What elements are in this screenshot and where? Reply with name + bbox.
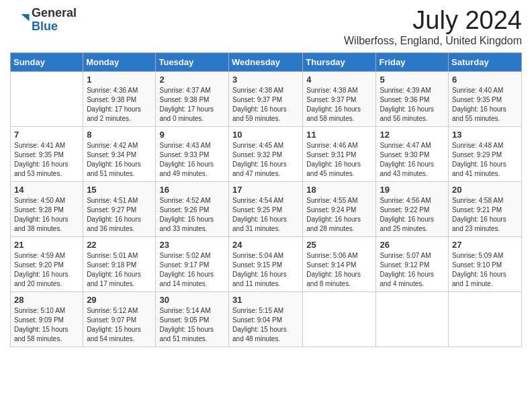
- day-info: Sunrise: 4:50 AM Sunset: 9:28 PM Dayligh…: [14, 196, 79, 234]
- calendar-cell: 22Sunrise: 5:01 AM Sunset: 9:18 PM Dayli…: [83, 236, 156, 291]
- day-number: 5: [380, 75, 445, 85]
- calendar-cell: 29Sunrise: 5:12 AM Sunset: 9:07 PM Dayli…: [83, 291, 156, 347]
- day-number: 31: [232, 295, 299, 305]
- calendar-cell: 20Sunrise: 4:58 AM Sunset: 9:21 PM Dayli…: [449, 181, 522, 236]
- day-info: Sunrise: 4:46 AM Sunset: 9:31 PM Dayligh…: [306, 141, 372, 179]
- logo-blue: Blue: [32, 20, 77, 34]
- calendar-cell: 3Sunrise: 4:38 AM Sunset: 9:37 PM Daylig…: [229, 71, 303, 126]
- day-info: Sunrise: 5:12 AM Sunset: 9:07 PM Dayligh…: [87, 306, 152, 344]
- day-info: Sunrise: 4:51 AM Sunset: 9:27 PM Dayligh…: [87, 196, 152, 234]
- day-info: Sunrise: 4:47 AM Sunset: 9:30 PM Dayligh…: [380, 141, 445, 179]
- day-info: Sunrise: 5:02 AM Sunset: 9:17 PM Dayligh…: [159, 251, 225, 289]
- day-info: Sunrise: 4:37 AM Sunset: 9:38 PM Dayligh…: [159, 86, 225, 124]
- calendar-cell: 1Sunrise: 4:36 AM Sunset: 9:38 PM Daylig…: [83, 71, 156, 126]
- logo-general: General: [32, 7, 77, 20]
- calendar-table: SundayMondayTuesdayWednesdayThursdayFrid…: [10, 52, 522, 347]
- day-number: 9: [159, 130, 225, 140]
- day-number: 25: [306, 240, 372, 250]
- calendar-cell: 9Sunrise: 4:43 AM Sunset: 9:33 PM Daylig…: [156, 126, 229, 181]
- day-number: 17: [232, 185, 299, 195]
- day-number: 19: [380, 185, 445, 195]
- day-number: 2: [159, 75, 225, 85]
- day-info: Sunrise: 4:40 AM Sunset: 9:35 PM Dayligh…: [452, 86, 518, 124]
- calendar-cell: 8Sunrise: 4:42 AM Sunset: 9:34 PM Daylig…: [83, 126, 156, 181]
- day-number: 6: [452, 75, 518, 85]
- day-info: Sunrise: 4:42 AM Sunset: 9:34 PM Dayligh…: [87, 141, 152, 179]
- location-subtitle: Wilberfoss, England, United Kingdom: [344, 35, 522, 47]
- calendar-header-tuesday: Tuesday: [156, 52, 229, 71]
- day-info: Sunrise: 4:58 AM Sunset: 9:21 PM Dayligh…: [452, 196, 518, 234]
- calendar-cell: [449, 291, 522, 347]
- day-number: 8: [87, 130, 152, 140]
- day-info: Sunrise: 5:07 AM Sunset: 9:12 PM Dayligh…: [380, 251, 445, 289]
- calendar-cell: [11, 71, 83, 126]
- calendar-cell: 12Sunrise: 4:47 AM Sunset: 9:30 PM Dayli…: [376, 126, 449, 181]
- calendar-header-sunday: Sunday: [11, 52, 83, 71]
- day-number: 14: [14, 185, 79, 195]
- calendar-cell: 15Sunrise: 4:51 AM Sunset: 9:27 PM Dayli…: [83, 181, 156, 236]
- day-number: 29: [87, 295, 152, 305]
- calendar-cell: 23Sunrise: 5:02 AM Sunset: 9:17 PM Dayli…: [156, 236, 229, 291]
- day-number: 21: [14, 240, 79, 250]
- day-number: 20: [452, 185, 518, 195]
- calendar-header-wednesday: Wednesday: [229, 52, 303, 71]
- day-number: 3: [232, 75, 299, 85]
- day-info: Sunrise: 5:01 AM Sunset: 9:18 PM Dayligh…: [87, 251, 152, 289]
- day-info: Sunrise: 5:04 AM Sunset: 9:15 PM Dayligh…: [232, 251, 299, 289]
- logo: General Blue: [10, 7, 77, 34]
- calendar-cell: 19Sunrise: 4:56 AM Sunset: 9:22 PM Dayli…: [376, 181, 449, 236]
- day-info: Sunrise: 5:06 AM Sunset: 9:14 PM Dayligh…: [306, 251, 372, 289]
- day-number: 11: [306, 130, 372, 140]
- day-number: 13: [452, 130, 518, 140]
- calendar-cell: [376, 291, 449, 347]
- day-info: Sunrise: 4:45 AM Sunset: 9:32 PM Dayligh…: [232, 141, 299, 179]
- calendar-header-friday: Friday: [376, 52, 449, 71]
- day-info: Sunrise: 5:15 AM Sunset: 9:04 PM Dayligh…: [232, 306, 299, 344]
- calendar-cell: 11Sunrise: 4:46 AM Sunset: 9:31 PM Dayli…: [303, 126, 376, 181]
- day-number: 24: [232, 240, 299, 250]
- day-info: Sunrise: 4:36 AM Sunset: 9:38 PM Dayligh…: [87, 86, 152, 124]
- day-info: Sunrise: 4:52 AM Sunset: 9:26 PM Dayligh…: [159, 196, 225, 234]
- calendar-week-row-4: 21Sunrise: 4:59 AM Sunset: 9:20 PM Dayli…: [11, 236, 522, 291]
- calendar-week-row-1: 1Sunrise: 4:36 AM Sunset: 9:38 PM Daylig…: [11, 71, 522, 126]
- calendar-cell: 30Sunrise: 5:14 AM Sunset: 9:05 PM Dayli…: [156, 291, 229, 347]
- day-number: 4: [306, 75, 372, 85]
- calendar-cell: 5Sunrise: 4:39 AM Sunset: 9:36 PM Daylig…: [376, 71, 449, 126]
- calendar-header-monday: Monday: [83, 52, 156, 71]
- day-number: 23: [159, 240, 225, 250]
- day-number: 28: [14, 295, 79, 305]
- calendar-cell: 13Sunrise: 4:48 AM Sunset: 9:29 PM Dayli…: [449, 126, 522, 181]
- day-info: Sunrise: 4:55 AM Sunset: 9:24 PM Dayligh…: [306, 196, 372, 234]
- day-info: Sunrise: 4:43 AM Sunset: 9:33 PM Dayligh…: [159, 141, 225, 179]
- day-info: Sunrise: 4:54 AM Sunset: 9:25 PM Dayligh…: [232, 196, 299, 234]
- day-number: 1: [87, 75, 152, 85]
- calendar-header-saturday: Saturday: [449, 52, 522, 71]
- day-number: 30: [159, 295, 225, 305]
- calendar-header-row: SundayMondayTuesdayWednesdayThursdayFrid…: [11, 52, 522, 71]
- day-number: 18: [306, 185, 372, 195]
- day-number: 15: [87, 185, 152, 195]
- calendar-cell: 25Sunrise: 5:06 AM Sunset: 9:14 PM Dayli…: [303, 236, 376, 291]
- day-info: Sunrise: 5:09 AM Sunset: 9:10 PM Dayligh…: [452, 251, 518, 289]
- calendar-cell: 24Sunrise: 5:04 AM Sunset: 9:15 PM Dayli…: [229, 236, 303, 291]
- day-info: Sunrise: 4:38 AM Sunset: 9:37 PM Dayligh…: [232, 86, 299, 124]
- calendar-cell: 26Sunrise: 5:07 AM Sunset: 9:12 PM Dayli…: [376, 236, 449, 291]
- day-info: Sunrise: 4:48 AM Sunset: 9:29 PM Dayligh…: [452, 141, 518, 179]
- day-number: 22: [87, 240, 152, 250]
- calendar-cell: 21Sunrise: 4:59 AM Sunset: 9:20 PM Dayli…: [11, 236, 83, 291]
- day-number: 26: [380, 240, 445, 250]
- calendar-week-row-2: 7Sunrise: 4:41 AM Sunset: 9:35 PM Daylig…: [11, 126, 522, 181]
- calendar-cell: 28Sunrise: 5:10 AM Sunset: 9:09 PM Dayli…: [11, 291, 83, 347]
- day-number: 10: [232, 130, 299, 140]
- day-number: 16: [159, 185, 225, 195]
- calendar-cell: 16Sunrise: 4:52 AM Sunset: 9:26 PM Dayli…: [156, 181, 229, 236]
- day-number: 27: [452, 240, 518, 250]
- calendar-cell: 17Sunrise: 4:54 AM Sunset: 9:25 PM Dayli…: [229, 181, 303, 236]
- logo-icon: [10, 10, 30, 30]
- svg-marker-0: [21, 14, 30, 21]
- day-info: Sunrise: 5:10 AM Sunset: 9:09 PM Dayligh…: [14, 306, 79, 344]
- calendar-cell: [303, 291, 376, 347]
- calendar-cell: 2Sunrise: 4:37 AM Sunset: 9:38 PM Daylig…: [156, 71, 229, 126]
- day-info: Sunrise: 4:41 AM Sunset: 9:35 PM Dayligh…: [14, 141, 79, 179]
- day-info: Sunrise: 5:14 AM Sunset: 9:05 PM Dayligh…: [159, 306, 225, 344]
